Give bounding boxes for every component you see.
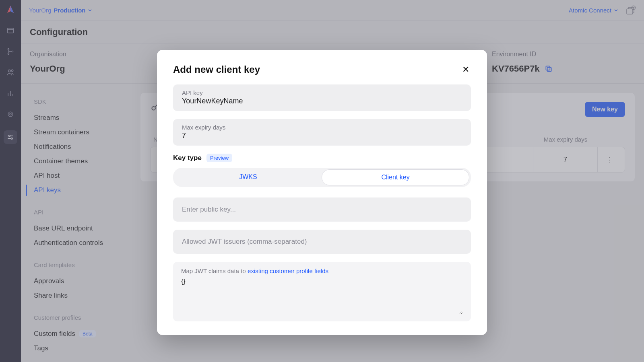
api-key-input[interactable]: [182, 97, 462, 105]
key-type-label: Key type: [173, 154, 202, 162]
jwt-issuers-input[interactable]: [173, 230, 471, 254]
seg-client-key[interactable]: Client key: [322, 169, 469, 185]
key-type-segmented: JWKS Client key: [173, 168, 471, 187]
max-expiry-input[interactable]: [182, 132, 462, 140]
max-expiry-field[interactable]: Max expiry days: [173, 119, 471, 146]
map-link[interactable]: existing customer profile fields: [248, 267, 328, 274]
api-key-field[interactable]: API key: [173, 84, 471, 111]
max-expiry-label: Max expiry days: [182, 124, 462, 131]
preview-badge: Preview: [206, 154, 232, 162]
api-key-label: API key: [182, 89, 462, 96]
public-key-input[interactable]: [173, 197, 471, 222]
jwt-map-box: Map JWT claims data to existing customer…: [173, 262, 471, 321]
modal-title: Add new client key: [173, 64, 260, 75]
seg-jwks[interactable]: JWKS: [175, 169, 322, 185]
close-icon[interactable]: ✕: [460, 64, 471, 76]
add-client-key-modal: Add new client key ✕ API key Max expiry …: [157, 50, 487, 335]
jwt-map-textarea[interactable]: [181, 278, 463, 314]
map-label: Map JWT claims data to: [181, 267, 246, 274]
